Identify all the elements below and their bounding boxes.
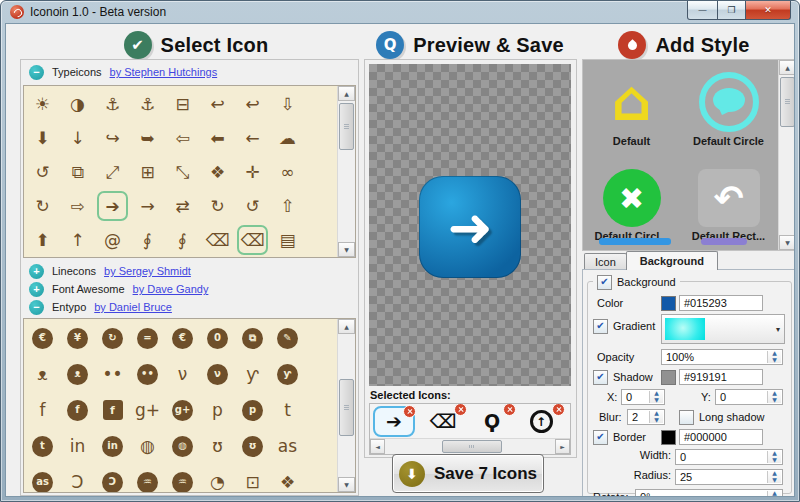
border-value-field[interactable]: #000000: [679, 429, 763, 445]
arrow-right-outline[interactable]: ⇨: [60, 189, 95, 223]
radius-field[interactable]: 25 ▲▼: [675, 469, 783, 485]
spotify-circle[interactable]: ♒: [165, 464, 200, 493]
battery-low[interactable]: ▢: [95, 257, 130, 258]
y-spinner[interactable]: ▲▼: [767, 391, 781, 403]
scroll-thumb[interactable]: [339, 379, 354, 436]
arrow-down-outline[interactable]: ⇩: [270, 87, 305, 121]
strip-scrollbar[interactable]: ◄ ►: [370, 438, 570, 454]
blur-spinner[interactable]: ▲▼: [649, 411, 663, 423]
cc-euro[interactable]: €: [25, 320, 60, 356]
arrow-sync-outline[interactable]: ↻: [200, 189, 235, 223]
arrow-maximise[interactable]: ⤢: [95, 155, 130, 189]
entypo-scrollbar[interactable]: ▲ ▼: [337, 319, 355, 492]
cc-copy[interactable]: ⧉: [235, 320, 270, 356]
tab-background[interactable]: Background: [626, 251, 718, 270]
google-plus[interactable]: g+: [130, 392, 165, 428]
cc-sa[interactable]: ↻: [95, 320, 130, 356]
vimeo[interactable]: ν: [165, 356, 200, 392]
battery-charge[interactable]: ▤: [270, 223, 305, 257]
minimize-button[interactable]: —: [687, 1, 718, 20]
scroll-down-button[interactable]: ▼: [338, 242, 355, 257]
opacity-spinner[interactable]: ▲▼: [767, 351, 781, 363]
shadow-swatch[interactable]: [661, 370, 676, 385]
color-swatch[interactable]: [661, 296, 676, 311]
anchor-outline[interactable]: ⚓: [95, 87, 130, 121]
expand-linecons-button[interactable]: +: [29, 264, 44, 279]
linkedin[interactable]: in: [60, 428, 95, 464]
attachment[interactable]: ∮: [130, 223, 165, 257]
entypo-author-link[interactable]: by Daniel Bruce: [94, 301, 172, 313]
arrow-forward-outline[interactable]: ↪: [95, 121, 130, 155]
linecons-author-link[interactable]: by Sergey Shmidt: [104, 265, 191, 277]
linkedin-circle[interactable]: in: [95, 428, 130, 464]
rdio[interactable]: Ɔ: [60, 464, 95, 493]
arrow-left-thin[interactable]: ←: [235, 121, 270, 155]
spotify[interactable]: ♒: [130, 464, 165, 493]
width-spinner[interactable]: ▲▼: [767, 451, 781, 463]
github-circle[interactable]: ᴥ: [60, 356, 95, 392]
arrow-up[interactable]: ⬆: [25, 223, 60, 257]
picasa[interactable]: ◔: [200, 464, 235, 493]
cc-zero[interactable]: 0: [200, 320, 235, 356]
collapse-typeicons-button[interactable]: −: [29, 65, 44, 80]
scroll-down-button[interactable]: ▼: [338, 477, 355, 492]
radius-spinner[interactable]: ▲▼: [767, 471, 781, 483]
rdio-circle[interactable]: Ɔ: [95, 464, 130, 493]
facebook[interactable]: f: [25, 392, 60, 428]
cc-yen[interactable]: ¥: [60, 320, 95, 356]
maximize-button[interactable]: ❐: [718, 1, 746, 20]
arrow-minimise[interactable]: ⤡: [165, 155, 200, 189]
dribbble[interactable]: ◍: [130, 428, 165, 464]
dribbble-circle[interactable]: ◍: [165, 428, 200, 464]
flickr[interactable]: ••: [95, 356, 130, 392]
dropbox[interactable]: ❖: [270, 464, 305, 493]
opacity-field[interactable]: 100% ▲▼: [661, 349, 783, 365]
rotate-spinner[interactable]: ▲▼: [767, 491, 781, 497]
x-field[interactable]: 0 ▲▼: [621, 389, 665, 405]
border-checkbox[interactable]: ✔: [593, 430, 608, 445]
lastfm-circle[interactable]: as: [25, 464, 60, 493]
backspace[interactable]: ⌫: [422, 406, 464, 437]
tab-icon[interactable]: Icon: [584, 253, 627, 270]
beaker[interactable]: ⌛: [165, 257, 200, 258]
arrow-right[interactable]: ➔: [373, 406, 415, 437]
background-checkbox[interactable]: ✔: [597, 275, 612, 290]
preset-default-circle-2[interactable]: ✖ Default Circl...: [583, 155, 680, 244]
gradient-checkbox[interactable]: ✔: [593, 319, 608, 334]
scroll-thumb[interactable]: [780, 77, 795, 127]
close-button[interactable]: ✕: [746, 1, 791, 20]
preset-default-circle[interactable]: Default Circle: [680, 60, 777, 149]
expand-fontawesome-button[interactable]: +: [29, 282, 44, 297]
remove-icon-badge[interactable]: [503, 403, 516, 416]
arrow-move[interactable]: ✛: [235, 155, 270, 189]
twitter-circle[interactable]: ƴ: [270, 356, 305, 392]
tumblr-circle[interactable]: t: [25, 428, 60, 464]
at-symbol[interactable]: @: [95, 223, 130, 257]
arrow-move-outline[interactable]: ❖: [200, 155, 235, 189]
arrow-back-outline[interactable]: ↩: [200, 87, 235, 121]
vimeo-circle[interactable]: ν: [200, 356, 235, 392]
adjust-brightness[interactable]: ☀: [25, 87, 60, 121]
remove-icon-badge[interactable]: [454, 403, 467, 416]
arrow-shuffle[interactable]: ⇄: [165, 189, 200, 223]
battery-mid[interactable]: ▣: [130, 257, 165, 258]
blur-field[interactable]: 2 ▲▼: [627, 409, 665, 425]
arrow-sync[interactable]: ↺: [235, 189, 270, 223]
archive[interactable]: ⊟: [165, 87, 200, 121]
battery-full[interactable]: ▦: [25, 257, 60, 258]
scroll-left-button[interactable]: ◄: [370, 439, 385, 454]
arrow-down[interactable]: ⬇: [25, 121, 60, 155]
x-spinner[interactable]: ▲▼: [649, 391, 663, 403]
arrow-left-outline[interactable]: ⇦: [165, 121, 200, 155]
typeicons-scrollbar[interactable]: ▲ ▼: [337, 86, 355, 257]
arrow-left[interactable]: ⬅: [200, 121, 235, 155]
instagram[interactable]: ⊡: [235, 464, 270, 493]
upload-circle[interactable]: ↑: [520, 406, 562, 437]
facebook-square[interactable]: f: [95, 392, 130, 428]
arrow-maximise-outline[interactable]: ⧉: [60, 155, 95, 189]
scroll-up-button[interactable]: ▲: [338, 319, 355, 334]
adjust-contrast[interactable]: ◑: [60, 87, 95, 121]
typeicons-author-link[interactable]: by Stephen Hutchings: [110, 66, 218, 78]
lastfm[interactable]: as: [270, 428, 305, 464]
arrow-repeat[interactable]: ↻: [25, 189, 60, 223]
